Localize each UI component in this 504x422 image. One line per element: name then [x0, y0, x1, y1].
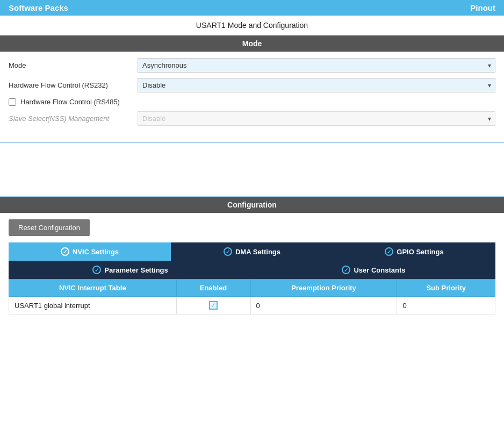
tab-dma-label: DMA Settings: [235, 248, 280, 256]
nvic-check-icon: ✓: [61, 247, 69, 256]
sub-priority-cell: 0: [397, 297, 495, 314]
hw-flow-rs232-row: Hardware Flow Control (RS232) Disable CT…: [9, 78, 495, 92]
slave-select-wrapper: Disable: [138, 111, 495, 126]
main-container: Software Packs Pinout USART1 Mode and Co…: [0, 0, 504, 314]
tab-gpio-settings[interactable]: ✓ GPIO Settings: [333, 242, 495, 261]
tab-user-constants[interactable]: ✓ User Constants: [252, 261, 495, 279]
tabs-row-1: ✓ NVIC Settings ✓ DMA Settings ✓ GPIO Se…: [9, 242, 495, 261]
enabled-cell: ✓: [176, 297, 250, 314]
config-section: Reset Configuration ✓ NVIC Settings ✓ DM…: [0, 213, 504, 314]
hw-flow-rs232-select-wrapper: Disable CTS Only RTS Only CTS/RTS: [138, 78, 495, 92]
col-header-enabled: Enabled: [176, 280, 250, 297]
tab-gpio-label: GPIO Settings: [397, 248, 443, 256]
tab-nvic-label: NVIC Settings: [73, 248, 119, 256]
config-section-header: Configuration: [0, 197, 504, 213]
hw-flow-rs485-label: Hardware Flow Control (RS485): [20, 98, 149, 106]
reset-config-button[interactable]: Reset Configuration: [9, 219, 90, 236]
hw-flow-rs485-checkbox[interactable]: [9, 98, 16, 106]
main-title: USART1 Mode and Configuration: [0, 16, 504, 35]
table-row: USART1 global interrupt ✓ 0 0: [9, 297, 495, 314]
parameter-check-icon: ✓: [92, 266, 101, 274]
slave-select-row: Slave Select(NSS) Management Disable: [9, 111, 495, 126]
slave-select: Disable: [138, 111, 495, 126]
slave-select-label: Slave Select(NSS) Management: [9, 115, 138, 123]
tab-parameter-settings[interactable]: ✓ Parameter Settings: [9, 261, 252, 279]
hw-flow-rs232-label: Hardware Flow Control (RS232): [9, 81, 138, 89]
mode-section-header: Mode: [0, 35, 504, 52]
tab-dma-settings[interactable]: ✓ DMA Settings: [171, 242, 333, 261]
gpio-check-icon: ✓: [385, 247, 393, 256]
tab-parameter-label: Parameter Settings: [104, 266, 168, 274]
mode-row: Mode Asynchronous Synchronous Single Wir…: [9, 58, 495, 73]
nvic-table: NVIC Interrupt Table Enabled Preemption …: [9, 279, 495, 314]
tab-user-constants-label: User Constants: [354, 266, 405, 274]
pinout-link[interactable]: Pinout: [470, 3, 495, 12]
hw-flow-rs232-select[interactable]: Disable CTS Only RTS Only CTS/RTS: [138, 78, 495, 92]
software-packs-link[interactable]: Software Packs: [9, 3, 68, 12]
col-header-nvic: NVIC Interrupt Table: [9, 280, 177, 297]
mode-label: Mode: [9, 61, 138, 69]
mode-select[interactable]: Asynchronous Synchronous Single Wire (Ha…: [138, 58, 495, 73]
top-header: Software Packs Pinout: [0, 0, 504, 16]
preemption-priority-cell: 0: [250, 297, 397, 314]
hw-flow-rs485-row: Hardware Flow Control (RS485): [9, 98, 495, 106]
user-constants-check-icon: ✓: [342, 266, 350, 274]
enabled-checkbox[interactable]: ✓: [209, 301, 218, 310]
dma-check-icon: ✓: [224, 247, 232, 256]
col-header-sub-priority: Sub Priority: [397, 280, 495, 297]
mode-select-wrapper: Asynchronous Synchronous Single Wire (Ha…: [138, 58, 495, 73]
tab-nvic-settings[interactable]: ✓ NVIC Settings: [9, 242, 171, 261]
mode-section: Mode Asynchronous Synchronous Single Wir…: [0, 52, 504, 143]
tabs-row-2: ✓ Parameter Settings ✓ User Constants: [9, 261, 495, 279]
interrupt-name: USART1 global interrupt: [9, 297, 177, 314]
spacer: [0, 143, 504, 197]
col-header-preemption: Preemption Priority: [250, 280, 397, 297]
